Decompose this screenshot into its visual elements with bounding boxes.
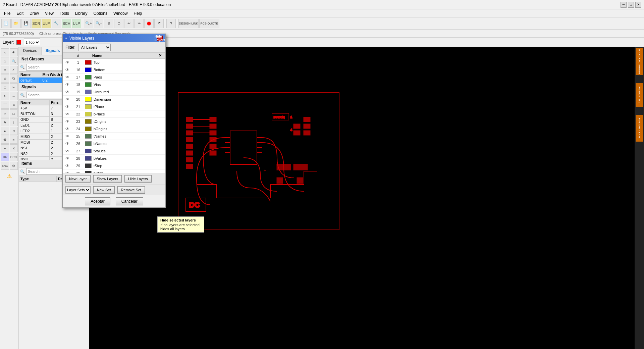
layer-row[interactable]: 👁 24 bOrigins — [63, 125, 165, 133]
maximize-button[interactable]: □ — [628, 2, 634, 8]
remove-set-button[interactable]: Remove Set — [117, 186, 145, 194]
design-link-button[interactable]: DESIGN LINK — [178, 19, 199, 28]
eye-toggle[interactable]: 👁 — [63, 60, 72, 65]
erc-tool[interactable]: ERC — [1, 162, 9, 170]
angle-tool[interactable]: ∠ — [10, 66, 18, 74]
dimension-tool[interactable]: ↕ — [10, 118, 18, 126]
show-layers-button[interactable]: Show Layers — [93, 175, 122, 183]
tab-devices[interactable]: Devices — [19, 47, 42, 55]
menu-edit[interactable]: Edit — [14, 10, 26, 16]
look-tool[interactable]: 🔍 — [10, 57, 18, 65]
dru-button[interactable]: SCH — [62, 19, 71, 28]
layer-row[interactable]: 👁 16 Bottom — [63, 66, 165, 73]
menu-file[interactable]: File — [1, 10, 13, 16]
pen-tool[interactable]: ✏ — [1, 66, 9, 74]
layer-row[interactable]: 👁 30 bStop — [63, 169, 165, 173]
layer-row[interactable]: 👁 28 bValues — [63, 155, 165, 162]
layer-row[interactable]: 👁 26 bNames — [63, 140, 165, 147]
menu-help[interactable]: Help — [131, 10, 145, 16]
eye-toggle[interactable]: 👁 — [63, 97, 72, 102]
eye-toggle[interactable]: 👁 — [63, 127, 72, 131]
layer-row[interactable]: 👁 25 tNames — [63, 133, 165, 140]
layer-row[interactable]: 👁 21 tPlace — [63, 103, 165, 110]
eye-toggle[interactable]: 👁 — [63, 75, 72, 80]
fusion360-button[interactable]: FUSION 360 — [636, 83, 643, 107]
layer-row[interactable]: 👁 22 bPlace — [63, 110, 165, 118]
layer-row[interactable]: 👁 19 Unrouted — [63, 88, 165, 96]
script-button[interactable]: SCR — [32, 19, 41, 28]
menu-draw[interactable]: Draw — [27, 10, 42, 16]
refresh-button[interactable]: ↺ — [154, 19, 164, 28]
circle-tool[interactable]: ○ — [1, 109, 9, 117]
text-tool[interactable]: A — [1, 118, 9, 126]
menu-library[interactable]: Library — [72, 10, 90, 16]
layer-row[interactable]: 👁 17 Pads — [63, 73, 165, 81]
new-button[interactable]: 📄 — [1, 19, 11, 28]
eye-toggle[interactable]: 👁 — [63, 112, 72, 116]
attr-tool[interactable]: ⚙ — [10, 162, 18, 170]
zoom-prev-button[interactable]: ↩ — [124, 19, 133, 28]
eye-toggle[interactable]: 👁 — [63, 149, 72, 153]
menu-view[interactable]: View — [42, 10, 56, 16]
eye-toggle[interactable]: 👁 — [63, 141, 72, 146]
eye-toggle[interactable]: 👁 — [63, 67, 72, 72]
ulp-button[interactable]: ULP — [42, 19, 51, 28]
dialog-title-bar[interactable]: ≡ Visible Layers Hide Layers — [63, 34, 165, 42]
info-tool[interactable]: ℹ — [1, 57, 9, 65]
minimize-button[interactable]: ─ — [621, 2, 627, 8]
filter-select[interactable]: All Layers Used Layers Signal Layers — [78, 44, 111, 51]
eye-toggle[interactable]: 👁 — [63, 119, 72, 124]
rotate-tool[interactable]: ↻ — [1, 92, 9, 100]
layer-row[interactable]: 👁 23 tOrigins — [63, 118, 165, 125]
aceptar-button[interactable]: Aceptar — [85, 197, 110, 205]
zoom-100-button[interactable]: ⊙ — [114, 19, 123, 28]
layer-row[interactable]: 👁 27 tValues — [63, 147, 165, 155]
eye-toggle[interactable]: 👁 — [63, 134, 72, 139]
rect-tool[interactable]: □ — [10, 109, 18, 117]
cancelar-button[interactable]: Cancelar — [116, 197, 143, 205]
cut-tool[interactable]: ✂ — [10, 83, 18, 91]
mirror-tool[interactable]: ↔ — [10, 92, 18, 100]
via-tool[interactable]: ⊙ — [10, 127, 18, 135]
open-button[interactable]: 📁 — [11, 19, 21, 28]
layer-row[interactable]: 👁 18 Vias — [63, 81, 165, 88]
tab-signals[interactable]: Signals — [42, 47, 64, 55]
pad-tool[interactable]: ● — [1, 127, 9, 135]
hide-layers-button[interactable]: Hide Layers — [124, 175, 152, 183]
new-set-button[interactable]: New Set — [93, 186, 115, 194]
eye-tool[interactable]: 👁 — [10, 48, 18, 56]
zoom-next-button[interactable]: ↪ — [134, 19, 144, 28]
help-button[interactable]: ? — [166, 19, 176, 28]
add-tool[interactable]: + — [1, 144, 9, 152]
manufacturing-button[interactable]: MANUFACTURING — [636, 48, 643, 75]
new-layer-button[interactable]: New Layer — [65, 175, 91, 183]
route-tool[interactable]: 10k — [1, 153, 9, 161]
copy-tool[interactable]: ⧉ — [10, 74, 18, 83]
fusion-team-button[interactable]: FUSION TEAM — [636, 115, 643, 142]
zoom-fit-button[interactable]: ⊕ — [104, 19, 113, 28]
zoom-out-button[interactable]: 🔍- — [94, 19, 103, 28]
pointer-tool[interactable]: ↖ — [1, 48, 9, 56]
ulp2-button[interactable]: ULP — [72, 19, 81, 28]
layer-sets-select[interactable]: Layer Sets — [65, 186, 91, 194]
layer-row[interactable]: 👁 29 tStop — [63, 162, 165, 169]
cam-button[interactable]: 🔧 — [52, 19, 61, 28]
stop-button[interactable]: ⬤ — [144, 19, 154, 28]
eye-toggle[interactable]: 👁 — [63, 90, 72, 94]
eye-toggle[interactable]: 👁 — [63, 82, 72, 87]
menu-window[interactable]: Window — [111, 10, 130, 16]
menu-options[interactable]: Options — [91, 10, 110, 16]
wire-tool[interactable]: ⌒ — [1, 101, 9, 109]
close-button[interactable]: ✕ — [635, 2, 641, 8]
menu-tools[interactable]: Tools — [57, 10, 72, 16]
eye-toggle[interactable]: 👁 — [63, 156, 72, 161]
arc-tool[interactable]: ⊂ — [10, 101, 18, 109]
optimize-tool[interactable]: ≈ — [10, 136, 18, 144]
delete-tool[interactable]: ✕ — [10, 144, 18, 152]
group-tool[interactable]: □ — [1, 83, 9, 91]
smash-tool[interactable]: ⚒ — [1, 136, 9, 144]
canvas-area[interactable]: BUTTON 1 4 DC MA — [89, 47, 644, 349]
save-button[interactable]: 💾 — [21, 19, 31, 28]
layer-row[interactable]: 👁 20 Dimension — [63, 96, 165, 103]
window-controls[interactable]: ─ □ ✕ — [621, 2, 641, 8]
